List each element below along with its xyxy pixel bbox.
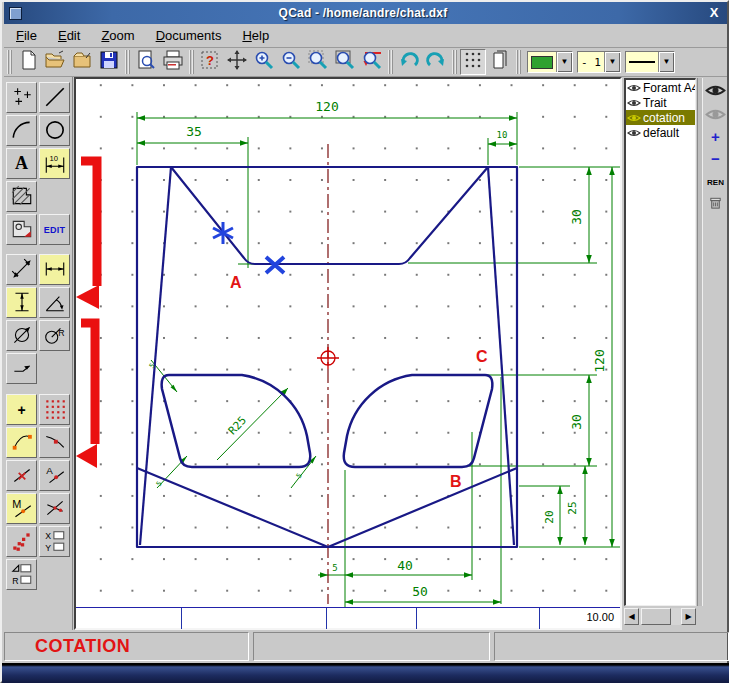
snap-center-tool[interactable] <box>6 460 37 491</box>
head-top-line <box>171 167 488 264</box>
dim-diametric-tool[interactable] <box>6 320 37 351</box>
toolbar-handle[interactable] <box>516 50 521 74</box>
line-style-combobox[interactable]: ▼ <box>625 51 675 73</box>
dimension-labels: 12035103012030202554050R25555 <box>148 99 607 599</box>
text-tool[interactable]: A <box>6 148 37 179</box>
undo-button[interactable] <box>396 49 422 75</box>
scroll-thumb[interactable] <box>641 608 671 625</box>
title-bar[interactable]: QCad - /home/andre/chat.dxf X <box>4 2 727 24</box>
scroll-left-icon[interactable]: ◀ <box>624 608 639 625</box>
toolbar-handle[interactable] <box>125 50 130 74</box>
menu-zoom[interactable]: Zoom <box>92 26 143 45</box>
open-file-icon <box>44 49 66 75</box>
zoom-window-button[interactable] <box>305 49 331 75</box>
snap-grid-tool[interactable] <box>39 394 70 425</box>
arc-tool[interactable] <box>6 115 37 146</box>
dimension-label: 40 <box>397 558 413 573</box>
layer-list[interactable]: Foramt A4Traitcotationdefault <box>624 78 696 606</box>
dim-horizontal-tool[interactable] <box>39 254 70 285</box>
zoom-out-button[interactable] <box>278 49 304 75</box>
chevron-down-icon[interactable]: ▼ <box>556 52 572 72</box>
show-all-layers-button[interactable] <box>705 80 726 100</box>
toolbar-handle[interactable] <box>388 50 393 74</box>
ruler-tick <box>539 608 540 629</box>
snap-endpoint-tool[interactable] <box>6 427 37 458</box>
dim-angular-tool[interactable] <box>39 287 70 318</box>
print-button[interactable] <box>160 49 186 75</box>
menu-documents[interactable]: Documents <box>147 26 231 45</box>
circle-tool[interactable] <box>39 115 70 146</box>
dimension-tool[interactable]: 10 <box>39 148 70 179</box>
leader-tool[interactable] <box>6 353 37 384</box>
layer-item-trait[interactable]: Trait <box>626 95 695 110</box>
coord-polar-tool[interactable]: R <box>6 559 37 590</box>
layer-list-hscrollbar[interactable]: ◀ ▶ <box>624 608 696 625</box>
left-cheek-line <box>140 167 171 545</box>
menu-help[interactable]: Help <box>233 26 278 45</box>
hide-all-layers-button[interactable] <box>705 104 726 124</box>
snap-on-entity-tool[interactable] <box>39 427 70 458</box>
rename-layer-button[interactable]: REN <box>705 172 726 192</box>
snap-auto-tool[interactable]: A <box>39 460 70 491</box>
dimension-label: 10 <box>497 130 508 140</box>
status-bar: COTATION <box>4 632 729 663</box>
pan-button[interactable] <box>224 49 250 75</box>
save-file-button[interactable] <box>96 49 122 75</box>
status-cell <box>253 632 490 661</box>
grid-toggle-button[interactable] <box>460 49 486 75</box>
import-file-button[interactable] <box>69 49 95 75</box>
points-tool[interactable] <box>6 82 37 113</box>
toolbar-handle[interactable] <box>189 50 194 74</box>
layer-list-vscrollbar[interactable] <box>697 78 703 606</box>
snap-distance-tool[interactable] <box>6 526 37 557</box>
dim-aligned-tool[interactable] <box>6 254 37 285</box>
menu-file[interactable]: File <box>7 26 46 45</box>
dim-vertical-tool[interactable] <box>6 287 37 318</box>
add-layer-button[interactable]: + <box>705 126 726 146</box>
snap-free-tool[interactable]: + <box>6 394 37 425</box>
line-width-combobox[interactable]: - 1▼ <box>577 51 621 73</box>
delete-layer-button[interactable] <box>705 192 726 212</box>
arrow-to-snap-tools <box>76 444 97 468</box>
tool-palette: A10EDITR+AMXYR <box>2 77 73 630</box>
zoom-in-button[interactable] <box>251 49 277 75</box>
window-menu-icon[interactable] <box>9 7 22 20</box>
hatch-tool[interactable] <box>6 181 37 212</box>
toolbar-handle[interactable] <box>7 50 12 74</box>
dim-radial-icon: R <box>43 323 67 349</box>
drawing-area[interactable]: 12035103012030202554050R25555 ABC <box>76 79 620 607</box>
scroll-right-icon[interactable]: ▶ <box>681 608 696 625</box>
toolbar-handle[interactable] <box>452 50 457 74</box>
new-file-button[interactable] <box>15 49 41 75</box>
print-preview-button[interactable] <box>133 49 159 75</box>
line-tool[interactable] <box>39 82 70 113</box>
snap-intersection-tool[interactable] <box>39 493 70 524</box>
layer-item-foramt-a4[interactable]: Foramt A4 <box>626 80 695 95</box>
color-combobox[interactable]: ▼ <box>527 51 573 73</box>
zoom-auto-button[interactable] <box>332 49 358 75</box>
layer-item-cotation[interactable]: cotation <box>626 110 695 125</box>
edit-shape-tool[interactable] <box>6 214 37 245</box>
chevron-down-icon[interactable]: ▼ <box>604 52 620 72</box>
draft-mode-button[interactable] <box>487 49 513 75</box>
close-button[interactable]: X <box>704 4 724 22</box>
layer-label: default <box>643 126 679 140</box>
menu-edit[interactable]: Edit <box>49 26 89 45</box>
remove-layer-button[interactable]: − <box>705 148 726 168</box>
trash-icon <box>708 195 723 210</box>
zoom-previous-button[interactable] <box>359 49 385 75</box>
zoom-previous-icon <box>361 49 383 75</box>
coord-cartesian-tool[interactable]: XY <box>39 526 70 557</box>
arc-icon <box>10 118 34 144</box>
redo-button[interactable] <box>423 49 449 75</box>
chevron-down-icon[interactable]: ▼ <box>658 52 674 72</box>
layer-label: cotation <box>643 111 685 125</box>
dimension-label: 5 <box>332 563 337 573</box>
edit-button[interactable]: EDIT <box>39 214 70 245</box>
plus-icon: + <box>711 128 720 145</box>
open-file-button[interactable] <box>42 49 68 75</box>
snap-middle-tool[interactable]: M <box>6 493 37 524</box>
layer-item-default[interactable]: default <box>626 125 695 140</box>
redraw-button[interactable]: ? <box>197 49 223 75</box>
dim-radial-tool[interactable]: R <box>39 320 70 351</box>
